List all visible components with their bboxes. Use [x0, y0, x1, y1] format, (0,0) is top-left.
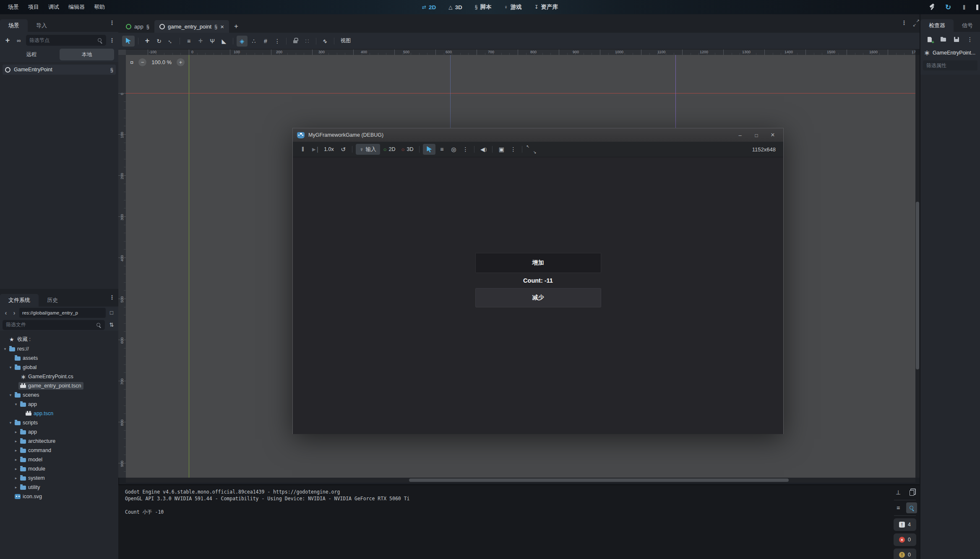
remote-button[interactable]: 远程 — [4, 49, 59, 60]
maximize-icon[interactable] — [750, 132, 763, 138]
list-select-tool[interactable]: ≡ — [183, 36, 194, 47]
file-gameentrypoint-cs[interactable]: GameEntryPoint.cs — [0, 372, 118, 381]
split-mode-icon[interactable] — [107, 308, 116, 317]
local-button[interactable]: 本地 — [60, 49, 114, 60]
menu-item[interactable]: 场景 — [3, 3, 23, 11]
pause-icon[interactable]: ‖ — [960, 3, 968, 11]
load-resource-icon[interactable] — [938, 34, 949, 45]
tab-filesystem[interactable]: 文件系统 — [0, 294, 39, 307]
ruler-tool[interactable]: ◣ — [219, 36, 229, 47]
tab-inspector[interactable]: 检查器 — [920, 19, 954, 32]
save-resource-icon[interactable] — [951, 34, 962, 45]
current-path[interactable]: res://global/game_entry_p — [19, 308, 106, 318]
scene-dock-menu-icon[interactable] — [109, 19, 115, 26]
nav-forward-icon[interactable]: › — [11, 309, 18, 316]
folder-res[interactable]: ▾ res:// — [0, 344, 118, 354]
menu-item[interactable]: 项目 — [23, 3, 44, 11]
extra-more-menu[interactable]: ⋮ — [508, 144, 519, 155]
workspace-script[interactable]: § 脚本 — [475, 3, 492, 11]
vertical-scrollbar[interactable] — [915, 55, 920, 478]
movie-camera-icon[interactable]: ▣ — [496, 144, 507, 155]
new-resource-icon[interactable] — [924, 34, 935, 45]
grid-snap-toggle[interactable]: # — [260, 36, 271, 47]
folder-module[interactable]: ▸ module — [0, 464, 118, 473]
workspace-2d[interactable]: ⇄ 2D — [422, 4, 436, 10]
speed-reset-icon[interactable]: ↺ — [338, 144, 349, 155]
tab-app-scene[interactable]: app — [121, 20, 154, 33]
copy-output-icon[interactable] — [906, 487, 917, 498]
workspace-3d[interactable]: △ 3D — [448, 4, 462, 10]
smart-snap-toggle[interactable]: ∴ — [248, 36, 259, 47]
reload-icon[interactable]: ↻ — [944, 3, 952, 11]
vertical-ruler[interactable]: 0100200300400500600700800900 — [118, 55, 126, 478]
tabstrip-menu-icon[interactable] — [901, 19, 907, 26]
file-game-entry-point-tscn[interactable]: game_entry_point.tscn — [0, 381, 118, 390]
folder-utility[interactable]: ▸ utility — [0, 483, 118, 492]
add-node-icon[interactable]: + — [3, 36, 12, 45]
skeleton-options-icon[interactable]: ∿ — [320, 36, 331, 47]
warnings-badge[interactable]: ! 0 — [894, 549, 916, 559]
collapse-messages-icon[interactable]: ≡ — [893, 502, 904, 513]
tab-scene[interactable]: 场景 — [0, 19, 28, 32]
file-icon-svg[interactable]: icon.svg — [0, 492, 118, 501]
game-more-menu[interactable]: ⋮ — [460, 144, 471, 155]
game-select-tool[interactable] — [423, 144, 435, 155]
decrease-button[interactable]: 减少 — [475, 288, 601, 307]
center-view-icon[interactable]: ¤ — [130, 59, 133, 66]
workspace-game[interactable]: ♀ 游戏 — [504, 3, 521, 11]
folder-architecture[interactable]: ▸ architecture — [0, 437, 118, 446]
game-window[interactable]: MyGFrameworkGame (DEBUG) ‖ ►| 1.0x ↺ 输入 — [292, 128, 784, 434]
inspected-node-row[interactable]: GameEntryPoint... — [920, 47, 980, 59]
filesystem-dock-menu-icon[interactable] — [109, 294, 115, 301]
select-tool[interactable] — [122, 36, 135, 47]
filter-nodes-input[interactable]: 筛选节点 — [26, 35, 106, 46]
errors-badge[interactable]: × 0 — [894, 533, 916, 546]
tab-game-entry-point-scene[interactable]: game_entry_point — [154, 20, 229, 33]
fullscreen-icon[interactable] — [526, 144, 537, 155]
menu-item[interactable]: 编辑器 — [64, 3, 89, 11]
scene-toolbar-menu-icon[interactable] — [109, 37, 115, 44]
vscroll-thumb[interactable] — [916, 202, 919, 369]
script-icon[interactable] — [110, 67, 113, 73]
nav-back-icon[interactable]: ‹ — [3, 309, 9, 316]
snap-toggle[interactable]: ◈ — [237, 36, 248, 47]
messages-badge[interactable]: ! 4 — [894, 518, 916, 531]
folder-global[interactable]: ▾ global — [0, 363, 118, 372]
hscroll-thumb[interactable] — [409, 478, 789, 482]
zoom-level[interactable]: 100.0 % — [151, 59, 172, 65]
mode-2d-button[interactable]: 2D — [381, 144, 398, 155]
folder-scripts-app[interactable]: ▸ app — [0, 427, 118, 437]
group-node-icon[interactable]: ∷ — [302, 36, 313, 47]
camera-override-icon[interactable]: ◎ — [448, 144, 459, 155]
input-mode-button[interactable]: 输入 — [356, 144, 380, 155]
clipped-icon[interactable] — [976, 5, 978, 10]
horizontal-scrollbar[interactable] — [126, 478, 915, 483]
scale-tool[interactable]: ↔ — [165, 36, 176, 47]
search-output-icon[interactable] — [906, 502, 917, 513]
rotate-tool[interactable]: ↻ — [154, 36, 164, 47]
menu-item[interactable]: 调试 — [44, 3, 64, 11]
favorites-item[interactable]: 收藏 : — [0, 335, 118, 344]
audio-mute-icon[interactable]: ◀ — [478, 144, 489, 155]
zoom-out-icon[interactable]: − — [138, 58, 146, 66]
next-frame-icon[interactable]: ►| — [309, 144, 320, 155]
speed-button[interactable]: 1.0x — [321, 144, 337, 155]
folder-assets[interactable]: assets — [0, 354, 118, 363]
folder-app[interactable]: ▾ app — [0, 400, 118, 409]
move-tool[interactable]: + — [142, 36, 153, 47]
pan-tool[interactable]: Ψ — [207, 36, 218, 47]
lock-node-icon[interactable] — [290, 36, 301, 47]
scene-tree-root-node[interactable]: GameEntryPoint — [3, 65, 116, 75]
increase-button[interactable]: 增加 — [475, 253, 601, 273]
horizontal-ruler[interactable]: -100010020030040050060070080090010001100… — [126, 49, 915, 55]
build-hammer-icon[interactable] — [928, 3, 936, 11]
debug-suspend-icon[interactable]: ‖ — [297, 144, 308, 155]
menu-item[interactable]: 帮助 — [89, 3, 109, 11]
instance-scene-icon[interactable]: ∞ — [15, 36, 23, 45]
position-select-tool[interactable]: + — [195, 36, 206, 47]
snap-options-menu[interactable]: ⋮ — [272, 36, 283, 47]
node-picker-icon[interactable]: ≡ — [436, 144, 447, 155]
tab-import[interactable]: 导入 — [28, 19, 55, 32]
folder-scenes[interactable]: ▾ scenes — [0, 390, 118, 400]
new-tab-icon[interactable]: + — [229, 20, 243, 33]
